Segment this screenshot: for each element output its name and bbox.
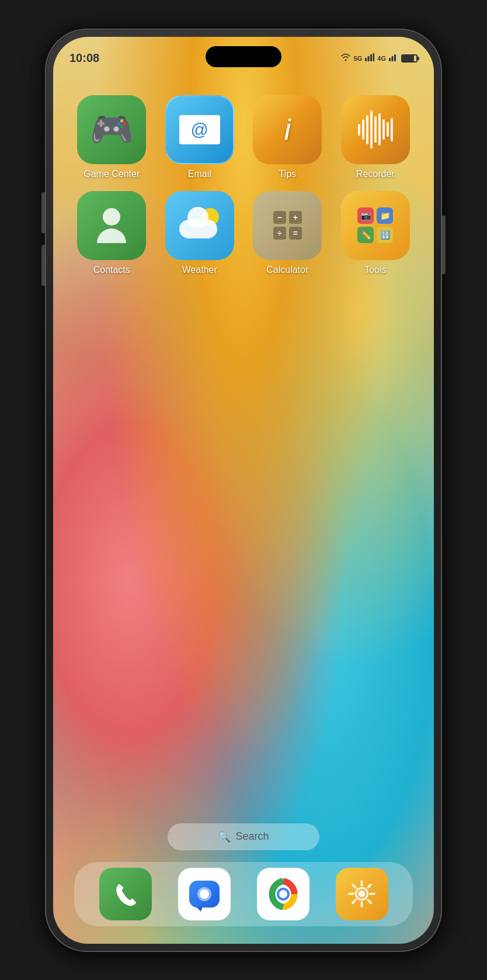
search-icon: 🔍 xyxy=(218,830,231,843)
power-button[interactable] xyxy=(442,216,446,274)
svg-rect-0 xyxy=(365,58,367,61)
dock xyxy=(74,862,413,926)
email-at-symbol: @ xyxy=(191,120,208,140)
weather-cloud-shape xyxy=(179,208,220,243)
dock-phone[interactable] xyxy=(99,868,152,920)
status-time: 10:08 xyxy=(69,51,99,65)
chrome-dock-icon xyxy=(257,868,309,920)
app-grid: 🎮 Game Center @ Email i Tips xyxy=(53,84,434,287)
dock-chrome[interactable] xyxy=(257,868,309,920)
calculator-grid: − + ÷ = xyxy=(271,209,304,242)
recorder-icon xyxy=(341,95,410,164)
phone-device: 10:08 5G xyxy=(45,29,442,952)
app-email[interactable]: @ Email xyxy=(159,95,241,179)
tool-cell-red: 📷 xyxy=(357,207,374,224)
app-weather[interactable]: Weather xyxy=(159,191,241,275)
tools-icon: 📷 📁 ✏️ 🔢 xyxy=(341,191,410,260)
recorder-waveform xyxy=(358,110,393,148)
svg-rect-6 xyxy=(394,54,396,61)
wifi-icon xyxy=(340,53,351,63)
search-bar[interactable]: 🔍 Search xyxy=(168,823,319,850)
app-game-center[interactable]: 🎮 Game Center xyxy=(71,95,153,179)
game-center-label: Game Center xyxy=(84,169,140,179)
settings-dock-icon xyxy=(336,868,388,920)
signal-bars-icon xyxy=(365,53,374,63)
volume-up-button[interactable] xyxy=(41,192,45,233)
dock-messages[interactable] xyxy=(178,868,231,920)
game-center-icon: 🎮 xyxy=(77,95,146,164)
svg-line-21 xyxy=(368,885,371,888)
svg-point-14 xyxy=(359,891,366,898)
tool-cell-green: ✏️ xyxy=(357,227,374,243)
battery-icon xyxy=(401,54,418,63)
dock-settings[interactable] xyxy=(336,868,388,920)
tool-cell-yellow: 🔢 xyxy=(377,227,393,243)
tips-i-symbol: i xyxy=(284,113,291,147)
tips-label: Tips xyxy=(279,169,296,179)
weather-icon xyxy=(165,191,234,260)
svg-rect-4 xyxy=(389,58,391,61)
phone-dock-icon xyxy=(99,868,152,920)
email-icon: @ xyxy=(165,95,234,164)
tools-grid-shape: 📷 📁 ✏️ 🔢 xyxy=(357,207,393,243)
weather-label: Weather xyxy=(182,265,217,275)
phone-screen: 10:08 5G xyxy=(53,37,434,944)
tools-label: Tools xyxy=(364,265,386,275)
contacts-label: Contacts xyxy=(93,265,130,275)
app-recorder[interactable]: Recorder xyxy=(335,95,417,179)
contacts-icon xyxy=(77,191,146,260)
app-contacts[interactable]: Contacts xyxy=(71,191,153,275)
svg-rect-1 xyxy=(368,56,370,61)
svg-rect-2 xyxy=(370,54,372,61)
svg-rect-5 xyxy=(392,56,394,61)
signal-bars2-icon xyxy=(389,53,398,63)
tips-icon: i xyxy=(253,95,322,164)
svg-rect-3 xyxy=(373,53,375,61)
search-label: Search xyxy=(235,830,269,843)
calculator-label: Calculator xyxy=(266,265,308,275)
app-calculator[interactable]: − + ÷ = Calculator xyxy=(246,191,329,275)
app-tips[interactable]: i Tips xyxy=(246,95,329,179)
signal-4g-icon: 4G xyxy=(377,55,386,62)
email-label: Email xyxy=(188,169,211,179)
svg-line-20 xyxy=(368,900,371,903)
svg-line-19 xyxy=(353,885,356,888)
recorder-label: Recorder xyxy=(356,169,395,179)
messages-dock-icon xyxy=(178,868,231,920)
tool-cell-blue: 📁 xyxy=(377,207,393,224)
svg-rect-7 xyxy=(397,53,399,61)
svg-point-12 xyxy=(279,890,287,898)
svg-line-22 xyxy=(353,900,356,903)
volume-down-button[interactable] xyxy=(41,245,45,286)
calculator-icon: − + ÷ = xyxy=(253,191,322,260)
signal-5g-icon: 5G xyxy=(354,55,363,62)
app-tools[interactable]: 📷 📁 ✏️ 🔢 Tools xyxy=(335,191,417,275)
dynamic-island xyxy=(206,46,281,67)
status-icons: 5G 4G xyxy=(340,53,418,63)
contacts-person-shape xyxy=(97,208,126,243)
